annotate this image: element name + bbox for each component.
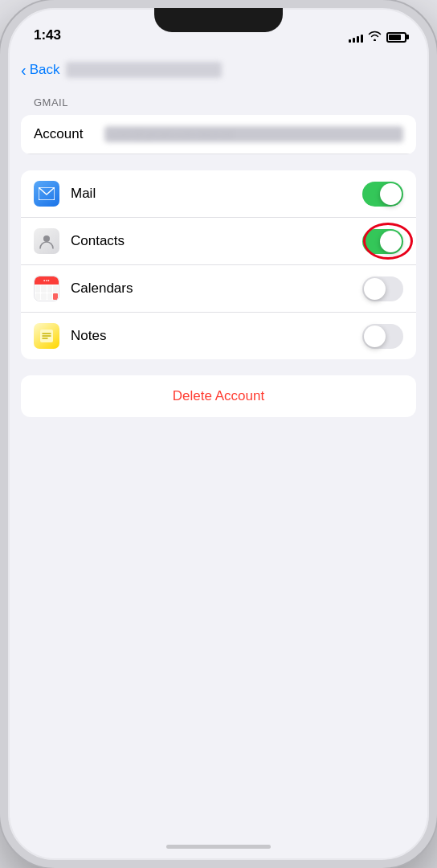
notes-toggle-thumb (364, 326, 386, 347)
home-indicator (8, 833, 429, 860)
toggles-card: Mail Contacts (21, 170, 416, 359)
phone-frame: 1:43 ‹ Back (0, 0, 437, 868)
nav-header: ‹ Back settingshannager@gmail.com (8, 50, 429, 90)
notes-row: Notes (21, 313, 416, 359)
content-area: GMAIL Account user@gmail.com blurred Mai… (8, 90, 429, 833)
contacts-icon (34, 228, 59, 254)
status-time: 1:43 (34, 27, 61, 43)
svg-point-2 (43, 235, 50, 242)
back-label: Back (30, 62, 60, 78)
account-email-header: settingshannager@gmail.com (66, 62, 221, 78)
notes-toggle[interactable] (362, 324, 403, 349)
battery-fill (389, 35, 401, 40)
account-value: user@gmail.com blurred (104, 126, 403, 142)
mail-toggle-thumb (380, 183, 402, 205)
wifi-icon (368, 31, 382, 43)
contacts-row: Contacts (21, 218, 416, 265)
gmail-section-label: GMAIL (21, 96, 416, 108)
notch (154, 8, 283, 32)
mail-label: Mail (71, 186, 362, 202)
home-bar (166, 845, 271, 849)
contacts-toggle[interactable] (362, 229, 403, 254)
mail-toggle[interactable] (362, 182, 403, 207)
status-icons (349, 31, 406, 43)
calendars-icon: ▪▪▪ (34, 276, 59, 301)
account-label: Account (34, 126, 98, 142)
calendars-label: Calendars (71, 280, 362, 297)
calendars-toggle[interactable] (362, 276, 403, 301)
battery-icon (386, 32, 406, 43)
calendars-row: ▪▪▪ Calendars (21, 265, 416, 313)
account-row: Account user@gmail.com blurred (21, 115, 416, 154)
signal-icon (349, 32, 363, 43)
back-button[interactable]: ‹ Back (21, 62, 59, 78)
notes-label: Notes (71, 328, 362, 344)
delete-account-label: Delete Account (173, 388, 264, 404)
contacts-label: Contacts (71, 233, 362, 249)
contacts-toggle-thumb (380, 231, 402, 252)
account-card: Account user@gmail.com blurred (21, 115, 416, 154)
mail-icon (34, 181, 59, 207)
notes-icon (34, 323, 59, 349)
mail-row: Mail (21, 170, 416, 218)
calendars-toggle-thumb (364, 278, 386, 300)
delete-account-button[interactable]: Delete Account (21, 375, 416, 417)
back-chevron-icon: ‹ (21, 62, 27, 78)
